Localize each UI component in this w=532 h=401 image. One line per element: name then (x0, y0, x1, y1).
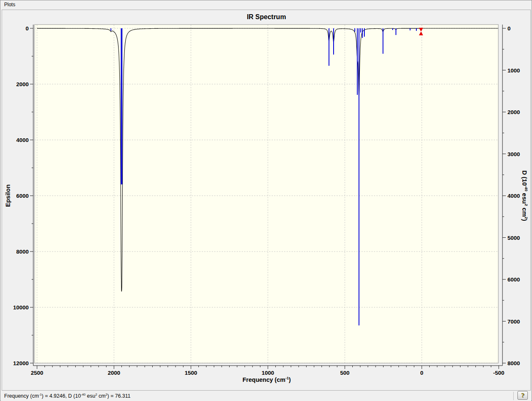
y-left-axis-title: Epsilon (4, 154, 13, 237)
status-separator (513, 392, 514, 400)
ir-spectrum-plot: 0200040006000800010000120000100020003000… (0, 0, 532, 391)
tick-label: 1000 (262, 370, 274, 376)
plots-window: Plots 0200040006000800010000120000100020… (0, 0, 532, 401)
tick-label: 6000 (16, 193, 29, 199)
tick-label: 10000 (13, 304, 29, 311)
tick-label: 0 (420, 370, 423, 376)
status-bar: Frequency (cm-1) = 4.9246, D (10-40 esu2… (1, 391, 531, 401)
tick-label: 5000 (507, 235, 520, 241)
plot-area[interactable] (35, 25, 498, 363)
tick-label: 12000 (13, 360, 29, 366)
tick-label: 2000 (16, 81, 29, 87)
x-axis-title: Frequency (cm-1) (183, 376, 350, 383)
tick-label: 3000 (507, 151, 520, 157)
tick-label: 1500 (185, 370, 197, 376)
tick-label: 2000 (108, 370, 120, 376)
tick-label: 8000 (16, 249, 29, 255)
chart-title: IR Spectrum (35, 13, 498, 21)
tick-label: 0 (25, 25, 29, 32)
tick-label: 2500 (31, 370, 43, 376)
tick-label: 4000 (16, 137, 29, 143)
tick-label: 2000 (507, 109, 520, 115)
tick-label: 8000 (507, 360, 520, 366)
tick-label: 6000 (507, 276, 520, 283)
y-right-axis-title: D (10-40 esu2 cm2) (519, 142, 528, 250)
tick-label: 4000 (507, 193, 520, 199)
tick-label: 0 (507, 25, 511, 32)
help-button[interactable]: ? (517, 391, 528, 400)
tick-label: 500 (340, 370, 350, 376)
help-icon: ? (521, 392, 525, 399)
tick-label: 7000 (507, 319, 520, 325)
tick-label: -500 (493, 370, 504, 376)
status-readout: Frequency (cm-1) = 4.9246, D (10-40 esu2… (4, 393, 131, 399)
tick-label: 1000 (507, 67, 520, 74)
